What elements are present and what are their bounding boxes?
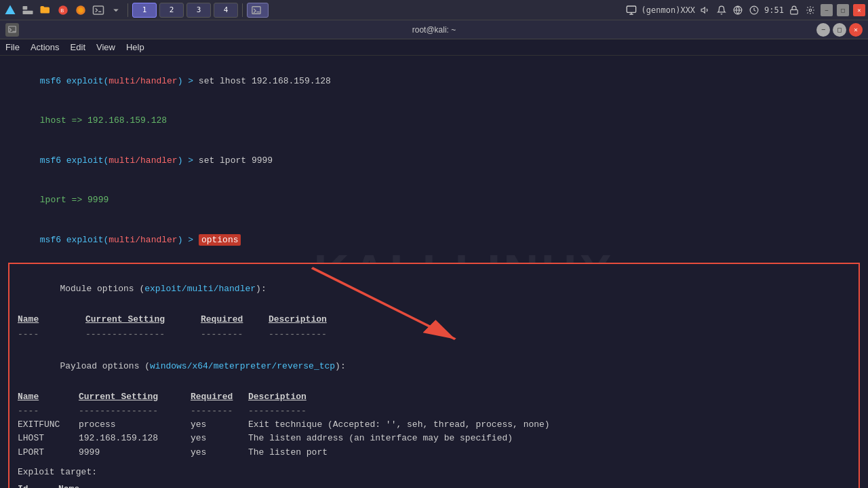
taskbar: B 1 2 3 4 (0, 0, 868, 20)
svg-rect-12 (791, 10, 798, 14)
th-desc-1: Description (269, 313, 850, 326)
close-button[interactable]: ✕ (853, 4, 865, 16)
desktop-2-button[interactable]: 2 (159, 3, 184, 18)
display-icon[interactable] (625, 4, 637, 16)
svg-rect-8 (252, 6, 260, 14)
cmd-line-2: msf6 exploit(multi/handler) > set lport … (8, 140, 860, 181)
prompt-3b: ) > (178, 235, 199, 245)
separator-1 (127, 3, 128, 17)
lport-output: lport => 9999 (40, 195, 108, 205)
desktop-4-button[interactable]: 4 (214, 3, 238, 18)
burpsuite-icon[interactable]: B (56, 3, 71, 18)
menu-view[interactable]: View (96, 42, 115, 52)
dropdown-icon[interactable] (108, 3, 123, 18)
svg-rect-7 (94, 6, 104, 14)
spacer-4 (18, 460, 850, 466)
menu-bar: File Actions Edit View Help (0, 39, 868, 56)
time-display: 9:51 (764, 5, 784, 15)
exploit-3: multi/handler (108, 235, 177, 245)
svg-text:B: B (60, 7, 64, 14)
separator-2 (242, 3, 243, 17)
svg-point-13 (809, 9, 812, 12)
title-close-button[interactable]: ✕ (849, 23, 863, 37)
payload-row-lhost: LHOST 192.168.159.128 yes The listen add… (18, 432, 850, 446)
module-table-underline: ---- --------------- -------- ----------… (18, 328, 850, 341)
menu-help[interactable]: Help (126, 42, 144, 52)
th-setting-1: Current Setting (85, 313, 201, 326)
th-name-1: Name (18, 313, 85, 326)
prompt-3: msf6 exploit( (40, 235, 108, 245)
output-line-1: lhost => 192.168.159.128 (8, 101, 860, 141)
window-controls: − □ ✕ (816, 23, 863, 37)
menu-edit[interactable]: Edit (71, 42, 85, 52)
terminal-output[interactable]: KALI LINUX "the quieter you become, the … (0, 56, 868, 488)
cmd-line-1: msf6 exploit(multi/handler) > set lhost … (8, 61, 860, 101)
lock-icon[interactable] (788, 4, 800, 16)
svg-marker-0 (5, 5, 16, 14)
payload-row-exitfunc: EXITFUNC process yes Exit technique (Acc… (18, 418, 850, 432)
th-id: Id (18, 483, 58, 488)
options-cmd: options (199, 234, 241, 246)
module-table-header: Name Current Setting Required Descriptio… (18, 313, 850, 326)
menu-actions[interactable]: Actions (31, 42, 60, 52)
svg-rect-2 (23, 10, 33, 14)
minimize-button[interactable]: − (821, 4, 833, 16)
th-setting-2: Current Setting (79, 390, 191, 404)
th-required-1: Required (201, 313, 269, 326)
kali-icon[interactable] (3, 3, 18, 18)
lhost-output: lhost => 192.168.159.128 (40, 115, 167, 126)
title-maximize-button[interactable]: □ (833, 23, 846, 37)
open-terminal-button[interactable] (247, 3, 269, 18)
firefox-icon[interactable] (73, 3, 88, 18)
filemanager-icon[interactable] (20, 3, 35, 18)
prompt-2b: ) > (178, 155, 193, 166)
payload-table-underline: ---- --------------- -------- ----------… (18, 405, 850, 418)
terminal-icon[interactable] (91, 3, 106, 18)
title-bar: root@kali: ~ − □ ✕ (0, 20, 868, 39)
payload-row-lport: LPORT 9999 yes The listen port (18, 446, 850, 460)
exploit-2: multi/handler (108, 155, 177, 166)
folder-icon[interactable] (38, 3, 53, 18)
prompt-1: msf6 exploit( (40, 76, 108, 86)
th-name-3: Name (58, 483, 79, 488)
svg-rect-9 (627, 6, 635, 12)
menu-file[interactable]: File (5, 42, 20, 52)
cmd-2: set lport 9999 (193, 155, 273, 166)
volume-icon[interactable] (699, 4, 711, 16)
svg-rect-1 (23, 6, 28, 10)
title-minimize-button[interactable]: − (816, 23, 830, 37)
desktop-3-button[interactable]: 3 (186, 3, 211, 18)
username-display: (genmon)XXX (642, 5, 695, 15)
th-name-2: Name (18, 390, 79, 404)
taskbar-right: (genmon)XXX 9:51 (625, 4, 865, 16)
prompt-2: msf6 exploit( (40, 155, 108, 166)
cmd-1: set lhost 192.168.159.128 (193, 76, 331, 86)
window-title: root@kali: ~ (412, 25, 456, 35)
exploit-target-table-header: Id Name (18, 483, 850, 488)
exploit-target-header: Exploit target: (18, 466, 850, 479)
exploit-1: multi/handler (108, 76, 177, 86)
maximize-button[interactable]: □ (837, 4, 849, 16)
clock-icon[interactable] (748, 4, 760, 16)
prompt-1b: ) > (178, 76, 193, 86)
module-options-header: Module options (exploit/multi/handler): (18, 269, 850, 309)
desktop-1-button[interactable]: 1 (132, 3, 157, 18)
payload-options-header: Payload options (windows/x64/meterpreter… (18, 346, 850, 386)
network-icon[interactable] (732, 4, 744, 16)
notification-icon[interactable] (715, 4, 728, 16)
svg-point-6 (78, 7, 83, 13)
th-desc-2: Description (248, 390, 850, 404)
cmd-line-3: msf6 exploit(multi/handler) > options (8, 220, 860, 260)
settings-icon[interactable] (804, 4, 816, 16)
terminal-window: root@kali: ~ − □ ✕ File Actions Edit Vie… (0, 20, 868, 488)
payload-table-header: Name Current Setting Required Descriptio… (18, 390, 850, 404)
spacer-2 (18, 341, 850, 346)
output-line-2: lport => 9999 (8, 181, 860, 221)
window-icon[interactable] (5, 23, 19, 37)
options-output-box: Module options (exploit/multi/handler): … (8, 263, 860, 489)
th-required-2: Required (191, 390, 248, 404)
